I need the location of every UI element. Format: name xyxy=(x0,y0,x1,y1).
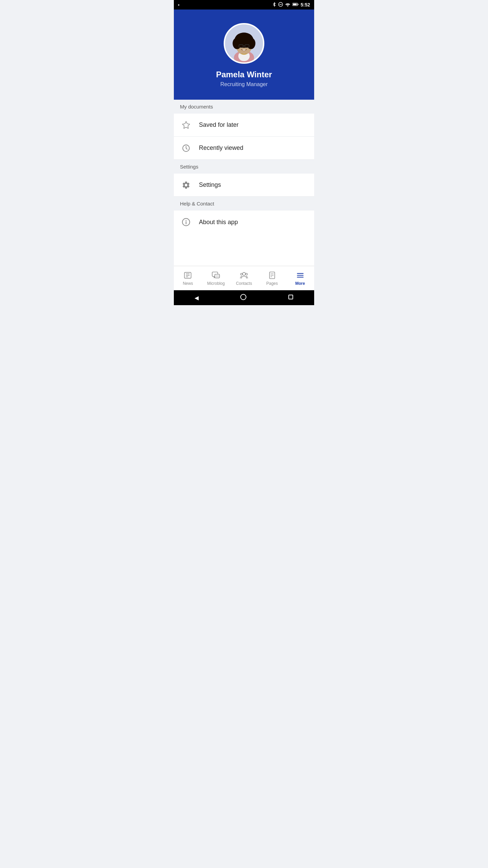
back-button[interactable]: ◀ xyxy=(188,292,205,304)
info-icon xyxy=(180,216,192,228)
svg-rect-41 xyxy=(297,275,304,275)
microblog-icon xyxy=(211,271,220,280)
svg-point-23 xyxy=(186,220,187,221)
svg-rect-40 xyxy=(297,273,304,274)
settings-label: Settings xyxy=(199,181,221,189)
bottom-nav: News Microblog Contacts P xyxy=(174,266,314,290)
more-label: More xyxy=(295,281,305,286)
svg-point-33 xyxy=(243,272,246,275)
svg-point-19 xyxy=(246,45,248,47)
battery-icon xyxy=(292,2,299,7)
status-time: 5:52 xyxy=(301,2,310,7)
menu-item-settings[interactable]: Settings xyxy=(174,174,314,197)
wifi-icon xyxy=(285,2,290,7)
nav-item-microblog[interactable]: Microblog xyxy=(202,266,230,290)
star-icon xyxy=(180,119,192,131)
nav-item-contacts[interactable]: Contacts xyxy=(230,266,258,290)
section-header-settings: Settings xyxy=(174,160,314,174)
saved-for-later-label: Saved for later xyxy=(199,121,239,129)
menu-item-about-app[interactable]: About this app xyxy=(174,211,314,234)
news-label: News xyxy=(183,281,193,286)
microblog-label: Microblog xyxy=(207,281,225,286)
status-bar: ▪ 5:52 xyxy=(174,0,314,9)
dnd-icon xyxy=(278,2,283,8)
notification-icon: ▪ xyxy=(178,2,180,7)
status-bar-left: ▪ xyxy=(178,2,180,7)
nav-item-pages[interactable]: Pages xyxy=(258,266,286,290)
avatar xyxy=(224,23,264,64)
profile-title: Recruiting Manager xyxy=(220,81,268,87)
android-nav: ◀ xyxy=(174,290,314,305)
svg-rect-4 xyxy=(298,4,298,5)
svg-point-14 xyxy=(236,33,252,43)
pages-label: Pages xyxy=(266,281,278,286)
recently-viewed-label: Recently viewed xyxy=(199,144,243,152)
clock-icon xyxy=(180,142,192,154)
contacts-label: Contacts xyxy=(236,281,252,286)
svg-point-30 xyxy=(216,276,217,276)
svg-rect-1 xyxy=(279,4,282,5)
profile-name: Pamela Winter xyxy=(216,70,272,79)
content-area: My documents Saved for later Recently vi… xyxy=(174,100,314,266)
svg-rect-44 xyxy=(289,295,293,299)
menu-item-saved-for-later[interactable]: Saved for later xyxy=(174,114,314,137)
home-button[interactable] xyxy=(233,291,253,304)
nav-item-more[interactable]: More xyxy=(286,266,314,290)
menu-item-recently-viewed[interactable]: Recently viewed xyxy=(174,137,314,160)
profile-header: Pamela Winter Recruiting Manager xyxy=(174,9,314,100)
section-header-my-documents: My documents xyxy=(174,100,314,114)
svg-point-35 xyxy=(246,273,247,275)
nav-item-news[interactable]: News xyxy=(174,266,202,290)
svg-point-43 xyxy=(241,294,246,300)
pages-icon xyxy=(268,271,277,280)
svg-point-32 xyxy=(218,276,219,276)
about-app-label: About this app xyxy=(199,219,238,226)
svg-point-18 xyxy=(240,45,242,47)
svg-point-34 xyxy=(241,273,242,275)
more-icon xyxy=(296,271,305,280)
status-bar-right: 5:52 xyxy=(272,2,310,8)
svg-rect-5 xyxy=(293,3,297,5)
bluetooth-icon xyxy=(272,2,276,8)
news-icon xyxy=(183,271,192,280)
svg-point-2 xyxy=(287,5,288,6)
recents-button[interactable] xyxy=(281,292,300,304)
svg-point-31 xyxy=(217,276,218,276)
svg-rect-42 xyxy=(297,277,304,277)
contacts-icon xyxy=(240,271,248,280)
section-header-help: Help & Contact xyxy=(174,197,314,211)
gear-icon xyxy=(180,179,192,191)
